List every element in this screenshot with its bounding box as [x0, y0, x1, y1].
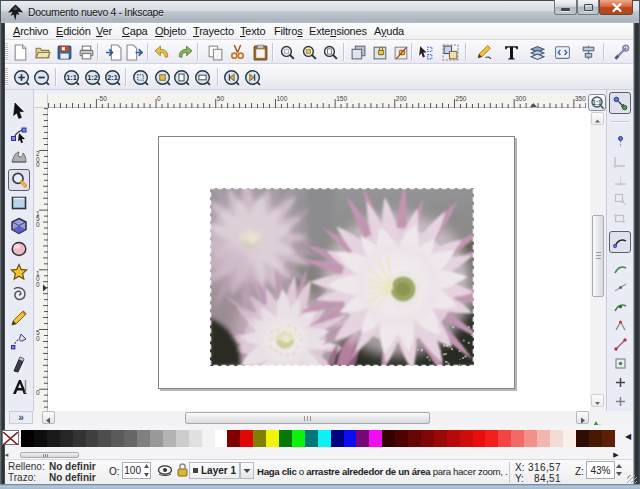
- svg-text:0: 0: [36, 281, 40, 288]
- svg-text:100: 100: [276, 95, 287, 102]
- svg-text:0: 0: [36, 335, 40, 342]
- svg-text:50: 50: [217, 95, 225, 102]
- svg-text:1:1: 1:1: [66, 73, 77, 82]
- svg-text:0: 0: [36, 221, 40, 228]
- svg-text:350: 350: [575, 95, 586, 102]
- svg-text:0: 0: [36, 389, 40, 396]
- svg-text:-50: -50: [97, 95, 107, 102]
- svg-text:250: 250: [456, 95, 467, 102]
- svg-text:300: 300: [515, 95, 526, 102]
- svg-text:200: 200: [396, 95, 407, 102]
- svg-text:0: 0: [157, 95, 161, 102]
- svg-text:2:1: 2:1: [107, 73, 118, 82]
- svg-text:1:1: 1:1: [592, 99, 602, 106]
- svg-text:1:2: 1:2: [87, 73, 98, 82]
- svg-text:150: 150: [336, 95, 347, 102]
- svg-text:0: 0: [36, 161, 40, 168]
